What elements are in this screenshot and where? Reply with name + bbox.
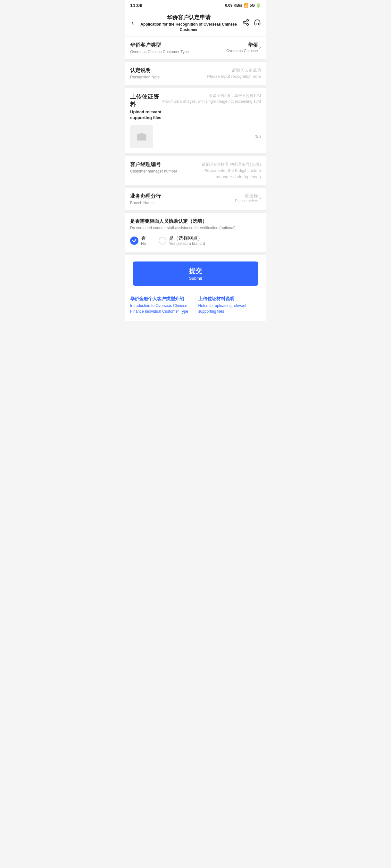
header-title-cn: 华侨客户认定申请 (135, 14, 242, 21)
branch-label-cn: 业务办理分行 (130, 193, 235, 200)
recognition-note-label-cn: 认定说明 (130, 67, 207, 74)
upload-section: 上传佐证资料 Upload relevant supporting files … (125, 88, 266, 154)
branch-placeholder-cn: 请选择 (235, 193, 258, 199)
radio-option-no[interactable]: 否 No (130, 235, 146, 246)
branch-section: 业务办理分行 Branch Name 请选择 Please select › (125, 188, 266, 211)
checkmark-icon (132, 239, 137, 243)
upload-hint-cn: 最多上传5张，单张不超过10M (163, 93, 261, 99)
radio-group: 否 No 是（选择网点） Yes (select a branch) (130, 235, 261, 246)
footer-link-2-en: Notes for uploading relevant supporting … (198, 303, 261, 314)
status-time: 11:08 (130, 3, 142, 8)
page-header: ‹ 华侨客户认定申请 Application for the Recogniti… (125, 10, 266, 37)
header-title: 华侨客户认定申请 Application for the Recognition… (135, 14, 242, 33)
footer-links: 华侨金融个人客户类型介绍 Introduction to Overseas Ch… (125, 291, 266, 321)
recognition-note-placeholder-cn: 请输入认定说明 (207, 67, 261, 73)
customer-type-chevron-icon: › (259, 44, 261, 50)
customer-type-section: 华侨客户类型 Overseas Chinese Customer Type 华侨… (125, 37, 266, 60)
divider-3 (125, 154, 266, 156)
upload-label-en: Upload relevant supporting files (130, 109, 163, 121)
counter-question-cn: 是否需要柜面人员协助认定（选填） (130, 218, 261, 224)
radio-option-yes[interactable]: 是（选择网点） Yes (select a branch) (159, 235, 205, 246)
header-actions (242, 19, 261, 28)
divider-6 (125, 252, 266, 255)
counter-question-en: Do you need counter staff assistance for… (130, 226, 261, 230)
footer-link-1-en: Introduction to Overseas Chinese Finance… (130, 303, 193, 314)
submit-area: 提交 Submit (125, 255, 266, 291)
upload-label: 上传佐证资料 Upload relevant supporting files (130, 93, 163, 121)
svg-point-5 (140, 135, 144, 139)
customer-manager-row: 客户经理编号 Customer manager number 请输入6位数客户经… (130, 161, 261, 180)
branch-placeholder-en: Please select (235, 199, 258, 203)
submit-label-en: Submit (189, 276, 202, 281)
recognition-note-placeholder-en: Please input recognition note (207, 73, 261, 80)
upload-header: 上传佐证资料 Upload relevant supporting files … (130, 93, 261, 121)
customer-type-value-cn: 华侨 (226, 42, 258, 49)
status-icons: 0.09 KB/s 📶 5G 🔋 (225, 3, 261, 8)
divider-4 (125, 185, 266, 188)
recognition-note-row: 认定说明 Recognition Note 请输入认定说明 Please inp… (130, 67, 261, 80)
customer-manager-label-en: Customer manager number (130, 169, 189, 174)
customer-manager-section: 客户经理编号 Customer manager number 请输入6位数客户经… (125, 156, 266, 186)
divider-5 (125, 211, 266, 213)
branch-row[interactable]: 业务办理分行 Branch Name 请选择 Please select › (130, 193, 261, 205)
branch-label-en: Branch Name (130, 201, 235, 205)
footer-link-2-cn: 上传佐证材料说明 (198, 296, 261, 302)
headphone-icon[interactable] (254, 19, 261, 28)
radio-no-checked-icon[interactable] (130, 237, 138, 245)
recognition-note-label: 认定说明 Recognition Note (130, 67, 207, 80)
customer-manager-placeholder-cn: 请输入6位数客户经理编号(选填) (189, 161, 261, 168)
footer-link-1[interactable]: 华侨金融个人客户类型介绍 Introduction to Overseas Ch… (130, 296, 196, 314)
recognition-note-placeholder[interactable]: 请输入认定说明 Please input recognition note (207, 67, 261, 80)
header-title-en: Application for the Recognition of Overs… (135, 22, 242, 33)
customer-manager-placeholder-en: Please enter the 6-digit custom manager … (189, 167, 261, 180)
customer-type-label-cn: 华侨客户类型 (130, 42, 226, 49)
customer-type-label-en: Overseas Chinese Customer Type (130, 50, 226, 54)
svg-line-3 (245, 23, 247, 24)
share-icon[interactable] (242, 19, 249, 28)
battery-icon: 🔋 (256, 3, 261, 8)
radio-yes-label-cn: 是（选择网点） (169, 235, 205, 241)
radio-yes-label-en: Yes (select a branch) (169, 241, 205, 246)
status-bar: 11:08 0.09 KB/s 📶 5G 🔋 (125, 0, 266, 10)
radio-no-label-cn: 否 (141, 235, 146, 241)
back-button[interactable]: ‹ (130, 18, 135, 29)
network-speed: 0.09 KB/s (225, 3, 242, 8)
divider-1 (125, 60, 266, 62)
radio-yes-label: 是（选择网点） Yes (select a branch) (169, 235, 205, 246)
footer-link-2[interactable]: 上传佐证材料说明 Notes for uploading relevant su… (196, 296, 261, 314)
recognition-note-section: 认定说明 Recognition Note 请输入认定说明 Please inp… (125, 62, 266, 85)
signal-icon: 📶 (244, 3, 248, 8)
customer-manager-placeholder[interactable]: 请输入6位数客户经理编号(选填) Please enter the 6-digi… (189, 161, 261, 180)
submit-button[interactable]: 提交 Submit (133, 261, 258, 286)
footer-link-1-cn: 华侨金融个人客户类型介绍 (130, 296, 193, 302)
radio-no-label-en: No (141, 241, 146, 246)
radio-yes-circle-icon[interactable] (159, 237, 166, 245)
upload-hint: 最多上传5张，单张不超过10M Maximum 5 images, with s… (163, 93, 261, 104)
signal-strength: 5G (250, 3, 255, 8)
upload-count: 0/5 (157, 134, 261, 139)
branch-label: 业务办理分行 Branch Name (130, 193, 235, 205)
customer-manager-label-cn: 客户经理编号 (130, 161, 189, 168)
submit-label-cn: 提交 (189, 267, 202, 275)
upload-label-cn: 上传佐证资料 (130, 93, 163, 108)
branch-chevron-icon: › (259, 195, 261, 201)
camera-icon (137, 131, 147, 142)
customer-type-value-en: Overseas Chinese (226, 49, 258, 53)
upload-hint-en: Maximum 5 images, with single image not … (163, 99, 261, 104)
recognition-note-label-en: Recognition Note (130, 75, 207, 80)
radio-no-label: 否 No (141, 235, 146, 246)
counter-staff-section: 是否需要柜面人员协助认定（选填） Do you need counter sta… (125, 213, 266, 252)
svg-line-4 (245, 21, 247, 22)
customer-type-row[interactable]: 华侨客户类型 Overseas Chinese Customer Type 华侨… (130, 42, 261, 54)
customer-type-label: 华侨客户类型 Overseas Chinese Customer Type (130, 42, 226, 54)
divider-2 (125, 85, 266, 88)
upload-thumbnail[interactable] (130, 125, 153, 148)
branch-value[interactable]: 请选择 Please select › (235, 193, 261, 203)
upload-area: 0/5 (130, 125, 261, 148)
customer-type-value[interactable]: 华侨 Overseas Chinese › (226, 42, 261, 53)
customer-manager-label: 客户经理编号 Customer manager number (130, 161, 189, 174)
